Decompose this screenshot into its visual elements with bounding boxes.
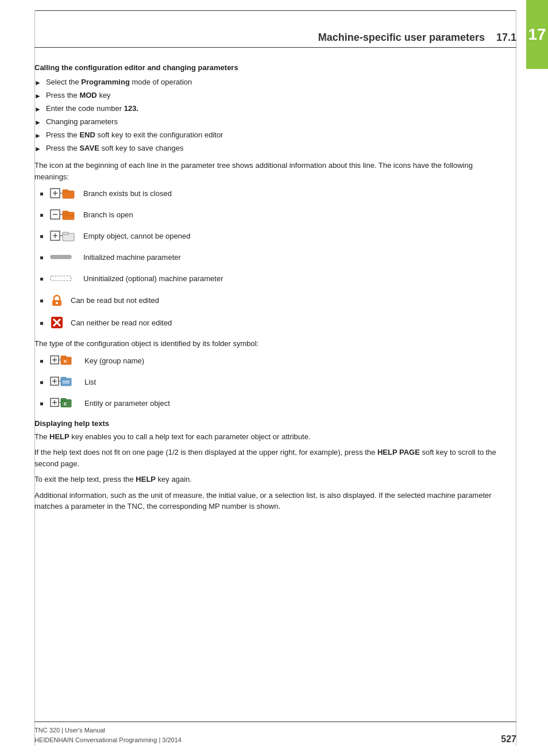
svg-text:E: E [64,401,67,406]
bullet-dot [40,278,43,281]
no-access-label: Can neither be read nor edited [71,318,172,328]
list-item: ► Enter the code number 123. [34,103,508,114]
list-item-text: Select the Programming mode of operation [46,76,192,88]
top-border [34,10,516,11]
key-group-icon: K [50,354,78,369]
empty-object-label: Empty object, cannot be opened [83,231,190,241]
entity-label: Entity or parameter object [84,398,170,409]
bullet-dot [40,322,43,325]
right-margin [516,10,516,746]
list-item-text: Press the END soft key to exit the confi… [46,129,223,141]
footer-line1: TNC 320 | User's Manual [34,726,182,735]
bold-end: END [79,131,95,139]
list-item-text: Press the SAVE soft key to save changes [46,143,184,154]
empty-object-icon [50,229,76,244]
bullet-dot [40,256,43,259]
page-header: Machine-specific user parameters 17.1 [34,32,516,48]
uninitialized-icon [50,272,76,286]
list-label: List [84,377,96,387]
icon-row-read-only: Can be read but not edited [40,293,508,309]
chapter-number: 17 [528,25,546,44]
icon-row-branch-closed: Branch exists but is closed [40,187,508,201]
bullet-arrow-icon: ► [34,131,41,141]
list-item-text: Enter the code number 123. [46,103,138,114]
svg-point-21 [56,302,58,304]
icon-row-entity: E Entity or parameter object [40,397,508,411]
page-number: 527 [501,734,516,745]
list-item: ► Press the MOD key [34,90,508,101]
entity-icon: E [50,397,78,411]
branch-closed-icon [50,187,76,201]
section2-para3: To exit the help text, press the HELP ke… [34,474,508,485]
section2-para4: Additional information, such as the unit… [34,490,508,512]
read-only-icon [50,293,64,309]
section2-para1: The HELP key enables you to call a help … [34,431,508,443]
folder-intro-text: The type of the configuration object is … [34,338,508,350]
initialized-icon [50,251,76,265]
bullet-dot [40,193,43,195]
svg-rect-45 [61,398,66,401]
list-item: ► Press the SAVE soft key to save change… [34,143,508,154]
no-access-icon [50,316,64,331]
bullet-dot [40,381,43,384]
list-item-text: Changing parameters [46,116,118,128]
icon-row-empty-object: Empty object, cannot be opened [40,229,508,244]
list-icon [50,375,78,390]
bold-help-2: HELP [136,475,156,483]
icon-row-key-group: K Key (group name) [40,354,508,369]
svg-rect-30 [61,356,66,358]
footer-line2: HEIDENHAIN Conversational Programming | … [34,735,182,745]
bold-123: 123. [124,104,138,113]
svg-rect-18 [51,255,71,259]
bullet-arrow-icon: ► [34,91,41,101]
icon-row-branch-open: Branch is open [40,208,508,222]
page-footer: TNC 320 | User's Manual HEIDENHAIN Conve… [34,722,516,745]
svg-rect-17 [63,232,68,235]
section2-para2: If the help text does not fit on one pag… [34,447,508,469]
svg-rect-37 [61,377,66,379]
read-only-label: Can be read but not edited [71,296,159,306]
bullet-arrow-icon: ► [34,78,41,88]
bold-save: SAVE [79,144,99,152]
svg-rect-5 [63,190,68,192]
svg-text:K: K [64,359,67,364]
bold-programming: Programming [81,78,130,86]
branch-closed-label: Branch exists but is closed [83,189,172,199]
list-item: ► Press the END soft key to exit the con… [34,129,508,141]
icon-row-uninitialized: Uninitialized (optional) machine paramet… [40,272,508,286]
icon-row-no-access: Can neither be read nor edited [40,316,508,331]
main-content: Calling the configuration editor and cha… [34,63,508,722]
branch-open-label: Branch is open [83,210,133,220]
icons-intro-text: The icon at the beginning of each line i… [34,160,508,182]
icon-row-list: List [40,375,508,390]
bullet-dot [40,300,43,302]
list-item-text: Press the MOD key [46,90,111,101]
header-section: 17.1 [496,32,516,44]
page-container: 17 Machine-specific user parameters 17.1… [0,0,548,756]
svg-rect-19 [51,276,71,281]
key-group-label: Key (group name) [84,356,144,366]
bullet-dot [40,235,43,238]
section1-heading: Calling the configuration editor and cha… [34,63,508,72]
branch-open-icon [50,208,76,222]
bold-help-1: HELP [49,432,70,441]
section2-heading: Displaying help texts [34,419,508,428]
footer-left: TNC 320 | User's Manual HEIDENHAIN Conve… [34,726,182,745]
svg-rect-10 [63,211,68,213]
bullet-arrow-icon: ► [34,117,41,128]
bullet-dot [40,360,43,363]
bold-mod: MOD [79,91,97,99]
list-item: ► Select the Programming mode of operati… [34,76,508,88]
bullet-dot [40,214,43,217]
bold-help-page: HELP PAGE [377,448,420,456]
bullet-dot [40,402,43,405]
list-item: ► Changing parameters [34,116,508,128]
initialized-label: Initialized machine parameter [83,252,181,263]
uninitialized-label: Uninitialized (optional) machine paramet… [83,274,223,284]
bullet-arrow-icon: ► [34,144,41,154]
header-title: Machine-specific user parameters [318,32,485,44]
icon-row-initialized: Initialized machine parameter [40,251,508,265]
chapter-tab: 17 [526,0,548,69]
bullet-arrow-icon: ► [34,104,41,114]
bullet-list: ► Select the Programming mode of operati… [34,76,508,154]
